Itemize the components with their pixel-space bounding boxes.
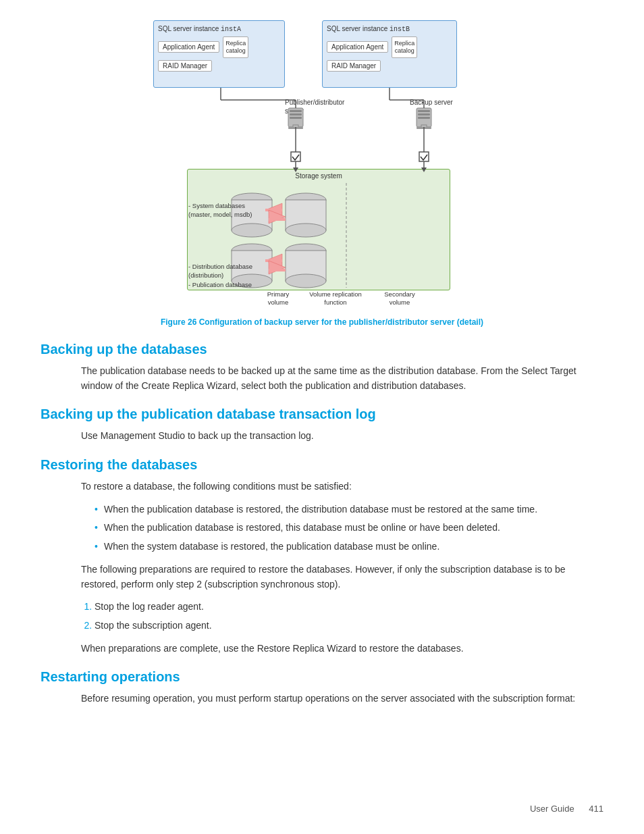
svg-rect-43 <box>291 152 300 161</box>
svg-point-5 <box>286 224 326 237</box>
sql-instance-a-title: SQL server instance instA <box>158 25 280 33</box>
section-backing-up: Backing up the databases The publication… <box>41 342 603 393</box>
step-2: Stop the subscription agent. <box>95 619 603 633</box>
heading-restarting: Restarting operations <box>41 669 603 685</box>
steps-restoring: Stop the log reader agent. Stop the subs… <box>95 600 603 633</box>
svg-rect-9 <box>269 218 286 221</box>
intro-restoring: To restore a database, the following con… <box>81 479 603 494</box>
bullet-item-3: When the system database is restored, th… <box>95 540 603 554</box>
svg-rect-19 <box>269 269 286 271</box>
app-agent-button-b: Application Agent <box>327 41 388 53</box>
page: SQL server instance instA Application Ag… <box>0 0 644 755</box>
replica-catalog-a: Replicacatalog <box>223 36 248 58</box>
publisher-label: Publisher/distributor server <box>285 98 346 115</box>
body3-restoring: When preparations are complete, use the … <box>81 642 603 656</box>
svg-rect-7 <box>265 209 282 211</box>
app-agent-row-b: Application Agent Replicacatalog <box>327 36 452 58</box>
svg-point-15 <box>286 274 326 288</box>
footer-page-number: 411 <box>589 804 603 814</box>
svg-rect-24 <box>290 117 302 119</box>
diagram-container: SQL server instance instA Application Ag… <box>41 20 603 311</box>
app-agent-button-a: Application Agent <box>158 41 219 53</box>
replica-catalog-b: Replicacatalog <box>392 36 417 58</box>
body-backing-up-log: Use Management Studio to back up the tra… <box>81 429 603 444</box>
body-restarting: Before resuming operation, you must perf… <box>81 692 603 706</box>
bullet-item-1: When the publication database is restore… <box>95 502 603 517</box>
section-backing-up-log: Backing up the publication database tran… <box>41 407 603 444</box>
heading-backing-up-log: Backing up the publication database tran… <box>41 407 603 422</box>
heading-restoring: Restoring the databases <box>41 457 603 473</box>
footer-label: User Guide <box>530 804 574 814</box>
svg-rect-31 <box>421 125 427 128</box>
svg-rect-30 <box>418 117 430 119</box>
svg-rect-27 <box>417 108 431 127</box>
dist-db-label: - Distribution database(distribution)- P… <box>188 262 269 289</box>
body2-restoring: The following preparations are required … <box>81 563 603 592</box>
volume-replication-label: Volume replicationfunction <box>305 290 366 307</box>
diagram: SQL server instance instA Application Ag… <box>153 20 491 311</box>
svg-rect-26 <box>288 127 303 129</box>
primary-volume-label: Primaryvolume <box>258 290 298 307</box>
sql-instance-a-box: SQL server instance instA Application Ag… <box>153 20 285 88</box>
backup-server-label: Backup server <box>410 98 464 107</box>
figure-caption: Figure 26 Configuration of backup server… <box>41 317 603 327</box>
body-backing-up: The publication database needs to be bac… <box>81 364 603 393</box>
svg-rect-29 <box>418 113 430 115</box>
svg-rect-32 <box>417 127 431 129</box>
bullet-list-restoring: When the publication database is restore… <box>95 502 603 554</box>
storage-label: Storage system <box>188 172 450 180</box>
section-restoring: Restoring the databases To restore a dat… <box>41 457 603 656</box>
raid-manager-row-b: RAID Manager <box>327 60 452 72</box>
step-1: Stop the log reader agent. <box>95 600 603 615</box>
raid-manager-button-a: RAID Manager <box>158 60 212 72</box>
svg-rect-44 <box>419 152 429 161</box>
svg-rect-28 <box>418 110 430 112</box>
svg-point-2 <box>232 224 272 237</box>
app-agent-row-a: Application Agent Replicacatalog <box>158 36 280 58</box>
secondary-volume-label: Secondaryvolume <box>376 290 423 307</box>
page-footer: User Guide 411 <box>530 804 603 814</box>
bullet-item-2: When the publication database is restore… <box>95 521 603 536</box>
raid-manager-button-b: RAID Manager <box>327 60 381 72</box>
heading-backing-up: Backing up the databases <box>41 342 603 357</box>
svg-rect-25 <box>293 125 298 128</box>
system-db-label: - System databases(master, model, msdb) <box>188 201 263 219</box>
raid-manager-row-a: RAID Manager <box>158 60 280 72</box>
sql-instance-b-title: SQL server instance instB <box>327 25 452 33</box>
sql-instance-b-box: SQL server instance instB Application Ag… <box>322 20 457 88</box>
section-restarting: Restarting operations Before resuming op… <box>41 669 603 706</box>
